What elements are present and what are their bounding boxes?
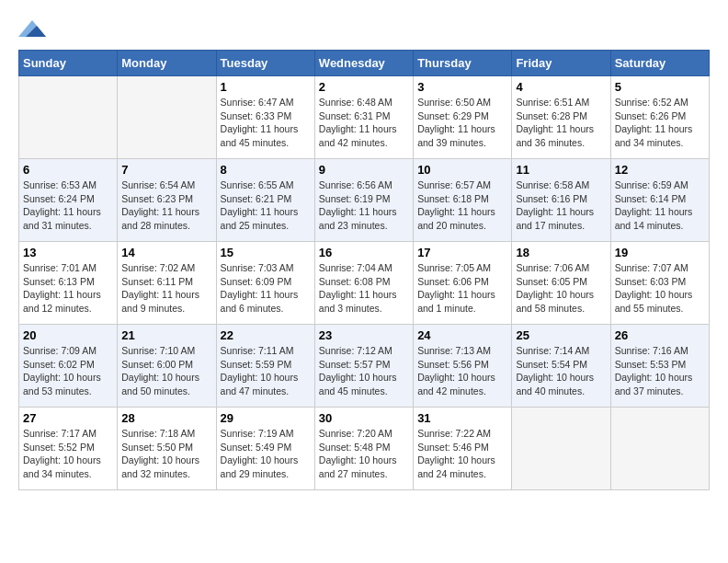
- calendar-cell: 27Sunrise: 7:17 AMSunset: 5:52 PMDayligh…: [19, 408, 118, 490]
- day-number: 5: [615, 80, 705, 94]
- day-number: 17: [417, 246, 507, 259]
- calendar-cell: 28Sunrise: 7:18 AMSunset: 5:50 PMDayligh…: [118, 408, 216, 490]
- day-header-wednesday: Wednesday: [314, 51, 413, 76]
- calendar-week-row: 6Sunrise: 6:53 AMSunset: 6:24 PMDaylight…: [19, 159, 710, 242]
- day-number: 11: [516, 163, 606, 177]
- day-number: 2: [319, 80, 409, 94]
- calendar-cell: [118, 76, 216, 159]
- day-number: 20: [23, 328, 113, 342]
- cell-info: Sunrise: 6:55 AMSunset: 6:21 PMDaylight:…: [221, 178, 311, 233]
- day-header-saturday: Saturday: [610, 51, 709, 76]
- cell-info: Sunrise: 6:56 AMSunset: 6:19 PMDaylight:…: [319, 178, 409, 233]
- day-header-tuesday: Tuesday: [216, 51, 314, 76]
- day-number: 30: [319, 411, 409, 425]
- day-number: 9: [319, 163, 409, 177]
- calendar-cell: 5Sunrise: 6:52 AMSunset: 6:26 PMDaylight…: [610, 76, 709, 159]
- calendar-cell: 18Sunrise: 7:06 AMSunset: 6:05 PMDayligh…: [512, 242, 610, 325]
- calendar-cell: 29Sunrise: 7:19 AMSunset: 5:49 PMDayligh…: [216, 408, 314, 490]
- calendar-cell: 8Sunrise: 6:55 AMSunset: 6:21 PMDaylight…: [216, 159, 314, 242]
- calendar-cell: 21Sunrise: 7:10 AMSunset: 6:00 PMDayligh…: [118, 325, 216, 408]
- cell-info: Sunrise: 7:19 AMSunset: 5:49 PMDaylight:…: [221, 427, 311, 481]
- calendar-week-row: 20Sunrise: 7:09 AMSunset: 6:02 PMDayligh…: [19, 325, 710, 408]
- day-number: 16: [319, 246, 409, 259]
- cell-info: Sunrise: 7:04 AMSunset: 6:08 PMDaylight:…: [319, 261, 409, 316]
- cell-info: Sunrise: 6:50 AMSunset: 6:29 PMDaylight:…: [417, 96, 507, 150]
- calendar-cell: 25Sunrise: 7:14 AMSunset: 5:54 PMDayligh…: [512, 325, 610, 408]
- day-number: 12: [615, 163, 705, 177]
- calendar-cell: 17Sunrise: 7:05 AMSunset: 6:06 PMDayligh…: [414, 242, 512, 325]
- day-number: 14: [121, 246, 211, 259]
- calendar-cell: 10Sunrise: 6:57 AMSunset: 6:18 PMDayligh…: [414, 159, 512, 242]
- cell-info: Sunrise: 6:54 AMSunset: 6:23 PMDaylight:…: [121, 178, 211, 233]
- cell-info: Sunrise: 6:57 AMSunset: 6:18 PMDaylight:…: [417, 178, 507, 233]
- day-number: 23: [319, 328, 409, 342]
- calendar-cell: 7Sunrise: 6:54 AMSunset: 6:23 PMDaylight…: [118, 159, 216, 242]
- day-number: 13: [23, 246, 113, 259]
- calendar-cell: 4Sunrise: 6:51 AMSunset: 6:28 PMDaylight…: [512, 76, 610, 159]
- day-number: 6: [23, 163, 113, 177]
- day-header-friday: Friday: [512, 51, 610, 76]
- calendar-cell: [512, 408, 610, 490]
- cell-info: Sunrise: 7:05 AMSunset: 6:06 PMDaylight:…: [417, 261, 507, 316]
- cell-info: Sunrise: 6:47 AMSunset: 6:33 PMDaylight:…: [221, 96, 311, 150]
- day-header-monday: Monday: [118, 51, 216, 76]
- day-number: 4: [516, 80, 606, 94]
- day-number: 19: [615, 246, 705, 259]
- calendar-cell: 24Sunrise: 7:13 AMSunset: 5:56 PMDayligh…: [414, 325, 512, 408]
- day-number: 25: [516, 328, 606, 342]
- cell-info: Sunrise: 7:11 AMSunset: 5:59 PMDaylight:…: [221, 344, 311, 398]
- cell-info: Sunrise: 7:13 AMSunset: 5:56 PMDaylight:…: [417, 344, 507, 398]
- calendar-cell: 19Sunrise: 7:07 AMSunset: 6:03 PMDayligh…: [610, 242, 709, 325]
- day-number: 28: [121, 411, 211, 425]
- calendar-cell: 9Sunrise: 6:56 AMSunset: 6:19 PMDaylight…: [314, 159, 413, 242]
- calendar-week-row: 13Sunrise: 7:01 AMSunset: 6:13 PMDayligh…: [19, 242, 710, 325]
- calendar-cell: 2Sunrise: 6:48 AMSunset: 6:31 PMDaylight…: [314, 76, 413, 159]
- day-number: 8: [221, 163, 311, 177]
- cell-info: Sunrise: 6:59 AMSunset: 6:14 PMDaylight:…: [615, 178, 705, 233]
- cell-info: Sunrise: 7:03 AMSunset: 6:09 PMDaylight:…: [221, 261, 311, 316]
- calendar-week-row: 27Sunrise: 7:17 AMSunset: 5:52 PMDayligh…: [19, 408, 710, 490]
- logo-icon: [18, 18, 46, 40]
- day-number: 29: [221, 411, 311, 425]
- calendar-cell: 26Sunrise: 7:16 AMSunset: 5:53 PMDayligh…: [610, 325, 709, 408]
- calendar-cell: 31Sunrise: 7:22 AMSunset: 5:46 PMDayligh…: [414, 408, 512, 490]
- day-number: 15: [221, 246, 311, 259]
- cell-info: Sunrise: 7:07 AMSunset: 6:03 PMDaylight:…: [615, 261, 705, 316]
- day-header-sunday: Sunday: [19, 51, 118, 76]
- cell-info: Sunrise: 7:22 AMSunset: 5:46 PMDaylight:…: [417, 427, 507, 481]
- cell-info: Sunrise: 7:10 AMSunset: 6:00 PMDaylight:…: [121, 344, 211, 398]
- calendar-cell: 20Sunrise: 7:09 AMSunset: 6:02 PMDayligh…: [19, 325, 118, 408]
- day-number: 3: [417, 80, 507, 94]
- day-header-thursday: Thursday: [414, 51, 512, 76]
- day-number: 1: [221, 80, 311, 94]
- cell-info: Sunrise: 6:52 AMSunset: 6:26 PMDaylight:…: [615, 96, 705, 150]
- day-number: 26: [615, 328, 705, 342]
- cell-info: Sunrise: 7:02 AMSunset: 6:11 PMDaylight:…: [121, 261, 211, 316]
- calendar-cell: 12Sunrise: 6:59 AMSunset: 6:14 PMDayligh…: [610, 159, 709, 242]
- calendar-cell: 16Sunrise: 7:04 AMSunset: 6:08 PMDayligh…: [314, 242, 413, 325]
- day-number: 31: [417, 411, 507, 425]
- calendar-cell: [19, 76, 118, 159]
- calendar-cell: 11Sunrise: 6:58 AMSunset: 6:16 PMDayligh…: [512, 159, 610, 242]
- cell-info: Sunrise: 7:01 AMSunset: 6:13 PMDaylight:…: [23, 261, 113, 316]
- cell-info: Sunrise: 7:09 AMSunset: 6:02 PMDaylight:…: [23, 344, 113, 398]
- day-number: 18: [516, 246, 606, 259]
- cell-info: Sunrise: 6:48 AMSunset: 6:31 PMDaylight:…: [319, 96, 409, 150]
- calendar-cell: 14Sunrise: 7:02 AMSunset: 6:11 PMDayligh…: [118, 242, 216, 325]
- day-number: 10: [417, 163, 507, 177]
- cell-info: Sunrise: 7:18 AMSunset: 5:50 PMDaylight:…: [121, 427, 211, 481]
- cell-info: Sunrise: 7:12 AMSunset: 5:57 PMDaylight:…: [319, 344, 409, 398]
- cell-info: Sunrise: 7:20 AMSunset: 5:48 PMDaylight:…: [319, 427, 409, 481]
- cell-info: Sunrise: 7:06 AMSunset: 6:05 PMDaylight:…: [516, 261, 606, 316]
- calendar-header-row: SundayMondayTuesdayWednesdayThursdayFrid…: [19, 51, 710, 76]
- cell-info: Sunrise: 7:17 AMSunset: 5:52 PMDaylight:…: [23, 427, 113, 481]
- logo: [18, 18, 50, 40]
- day-number: 27: [23, 411, 113, 425]
- calendar-table: SundayMondayTuesdayWednesdayThursdayFrid…: [18, 50, 710, 490]
- calendar-cell: 23Sunrise: 7:12 AMSunset: 5:57 PMDayligh…: [314, 325, 413, 408]
- calendar-cell: 15Sunrise: 7:03 AMSunset: 6:09 PMDayligh…: [216, 242, 314, 325]
- calendar-cell: 22Sunrise: 7:11 AMSunset: 5:59 PMDayligh…: [216, 325, 314, 408]
- cell-info: Sunrise: 6:51 AMSunset: 6:28 PMDaylight:…: [516, 96, 606, 150]
- cell-info: Sunrise: 7:16 AMSunset: 5:53 PMDaylight:…: [615, 344, 705, 398]
- page-header: [18, 18, 710, 40]
